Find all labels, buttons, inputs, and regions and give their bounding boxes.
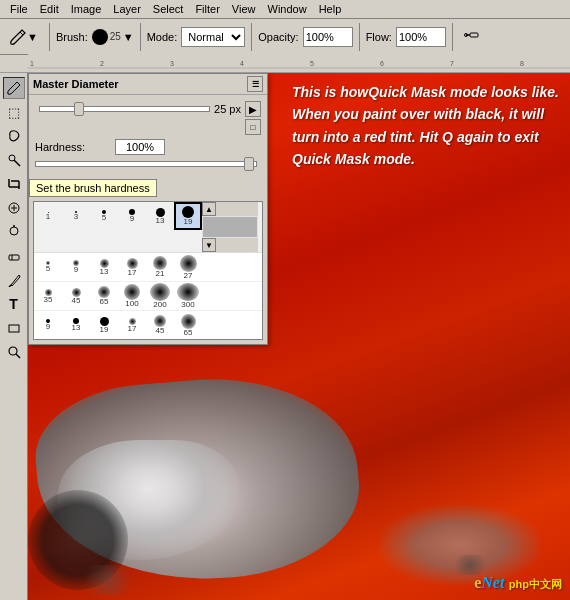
brush-13-soft[interactable]: 13 xyxy=(90,253,118,281)
main-area: ⬚ xyxy=(0,73,570,600)
flow-input[interactable] xyxy=(396,27,446,47)
menu-select[interactable]: Select xyxy=(147,0,190,18)
marquee-tool[interactable]: ⬚ xyxy=(3,101,25,123)
pen-tool[interactable] xyxy=(3,269,25,291)
brush-19-selected[interactable]: 19 xyxy=(174,202,202,230)
diameter-slider-thumb[interactable] xyxy=(74,102,84,116)
svg-text:2: 2 xyxy=(100,60,104,67)
svg-text:5: 5 xyxy=(310,60,314,67)
brush-label: Brush: xyxy=(56,31,88,43)
healing-icon xyxy=(7,201,21,215)
text-tool[interactable]: T xyxy=(3,293,25,315)
eraser-icon xyxy=(7,249,21,263)
brush-45[interactable]: 45 xyxy=(62,282,90,310)
scroll-area: ▲ ▼ xyxy=(202,202,258,252)
brush-65[interactable]: 65 xyxy=(90,282,118,310)
svg-text:1: 1 xyxy=(30,60,34,67)
svg-text:7: 7 xyxy=(450,60,454,67)
svg-point-15 xyxy=(9,155,15,161)
brush-panel-body: 25 px ▶ □ Hardness: xyxy=(29,95,267,179)
menu-help[interactable]: Help xyxy=(313,0,348,18)
hardness-input[interactable] xyxy=(115,139,165,155)
opacity-label: Opacity: xyxy=(258,31,298,43)
brush-65-h[interactable]: 65 xyxy=(174,311,202,339)
brush-200[interactable]: 200 xyxy=(146,282,174,310)
shape-tool[interactable] xyxy=(3,317,25,339)
svg-rect-25 xyxy=(9,255,19,260)
scroll-down-btn[interactable]: ▼ xyxy=(202,238,216,252)
brush-17-soft[interactable]: 17 xyxy=(118,253,146,281)
brush-tool[interactable] xyxy=(3,77,25,99)
brush-300[interactable]: 300 xyxy=(174,282,202,310)
master-diameter-label: Master Diameter xyxy=(33,78,119,90)
menu-file[interactable]: File xyxy=(4,0,34,18)
svg-line-27 xyxy=(9,285,11,287)
scroll-up-btn[interactable]: ▲ xyxy=(202,202,216,216)
eraser-tool[interactable] xyxy=(3,245,25,267)
brush-panel-header: Master Diameter ☰ xyxy=(29,74,267,95)
airbrush-button[interactable] xyxy=(459,26,485,48)
menu-image[interactable]: Image xyxy=(65,0,108,18)
menu-edit[interactable]: Edit xyxy=(34,0,65,18)
brush-9-soft[interactable]: 9 xyxy=(62,253,90,281)
brush-13[interactable]: 13 xyxy=(146,202,174,230)
svg-rect-28 xyxy=(9,325,19,332)
svg-text:6: 6 xyxy=(380,60,384,67)
mode-select[interactable]: Normal Multiply Screen xyxy=(181,27,245,47)
magic-wand-tool[interactable] xyxy=(3,149,25,171)
brush-5-soft[interactable]: 5 xyxy=(34,253,62,281)
brush-100[interactable]: 100 xyxy=(118,282,146,310)
crop-tool[interactable] xyxy=(3,173,25,195)
diameter-increment-btn[interactable]: ▶ xyxy=(245,101,261,117)
brush-icon xyxy=(7,81,21,95)
lasso-tool[interactable] xyxy=(3,125,25,147)
brush-9-h[interactable]: 9 xyxy=(34,311,62,339)
brush-27-soft[interactable]: 27 xyxy=(174,253,202,281)
brush-5[interactable]: 5 xyxy=(90,202,118,230)
scroll-thumb-area xyxy=(202,216,258,238)
brush-preview[interactable]: 25 ▼ xyxy=(92,29,134,45)
brush-45-h[interactable]: 45 xyxy=(146,311,174,339)
zoom-tool[interactable] xyxy=(3,341,25,363)
airbrush-icon xyxy=(464,29,480,45)
brush-row-2: 5 9 13 17 21 xyxy=(34,253,262,282)
hardness-slider-track[interactable] xyxy=(35,161,257,167)
menu-window[interactable]: Window xyxy=(262,0,313,18)
hardness-row: Hardness: xyxy=(35,139,261,155)
healing-brush-tool[interactable] xyxy=(3,197,25,219)
brush-size-display: 25 xyxy=(110,31,121,42)
brush-1[interactable]: 1 xyxy=(34,202,62,230)
brush-tool-icon xyxy=(9,28,27,46)
brush-row-1: 1 3 5 9 13 xyxy=(34,202,262,253)
svg-text:3: 3 xyxy=(170,60,174,67)
brush-35[interactable]: 35 xyxy=(34,282,62,310)
svg-line-14 xyxy=(14,160,20,166)
diameter-slider-track[interactable] xyxy=(39,106,210,112)
opacity-input[interactable] xyxy=(303,27,353,47)
svg-point-29 xyxy=(9,347,17,355)
scroll-thumb[interactable] xyxy=(203,217,257,237)
pen-icon xyxy=(7,273,21,287)
separator-4 xyxy=(359,23,360,51)
watermark: eNet php中文网 xyxy=(474,574,562,592)
brush-13-h[interactable]: 13 xyxy=(62,311,90,339)
menu-filter[interactable]: Filter xyxy=(189,0,225,18)
menu-view[interactable]: View xyxy=(226,0,262,18)
brush-row-4: 9 13 19 17 4 xyxy=(34,311,262,339)
quick-mask-text: This is howQuick Mask mode looks like. W… xyxy=(292,81,562,171)
brush-3[interactable]: 3 xyxy=(62,202,90,230)
menu-layer[interactable]: Layer xyxy=(107,0,147,18)
brush-tool-button[interactable]: ▼ xyxy=(4,25,43,49)
hardness-slider-thumb[interactable] xyxy=(244,157,254,171)
svg-line-0 xyxy=(20,32,23,35)
brush-9[interactable]: 9 xyxy=(118,202,146,230)
clone-tool[interactable] xyxy=(3,221,25,243)
brush-17-h[interactable]: 17 xyxy=(118,311,146,339)
brush-21-soft[interactable]: 21 xyxy=(146,253,174,281)
svg-text:4: 4 xyxy=(240,60,244,67)
svg-text:8: 8 xyxy=(520,60,524,67)
brush-19-h[interactable]: 19 xyxy=(90,311,118,339)
diameter-lock-btn[interactable]: □ xyxy=(245,119,261,135)
panel-options-btn[interactable]: ☰ xyxy=(247,76,263,92)
canvas-wrapper[interactable]: This is howQuick Mask mode looks like. W… xyxy=(28,73,570,600)
